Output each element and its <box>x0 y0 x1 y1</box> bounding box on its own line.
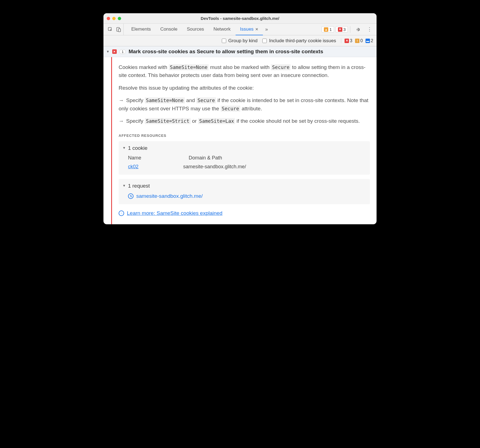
code-snippet: Secure <box>221 106 240 112</box>
warnings-badge[interactable]: ▲ 1 <box>322 26 334 33</box>
disclosure-triangle-icon[interactable]: ▼ <box>122 183 126 188</box>
tab-sources[interactable]: Sources <box>182 24 208 35</box>
tab-elements[interactable]: Elements <box>127 24 155 35</box>
issue-header[interactable]: ▼ ✕ 1 Mark cross-site cookies as Secure … <box>103 46 377 57</box>
close-tab-icon[interactable]: ✕ <box>255 27 258 31</box>
code-snippet: SameSite=None <box>169 64 209 70</box>
devtools-window: DevTools - samesite-sandbox.glitch.me/ E… <box>103 13 377 224</box>
issue-occurrence-count: 1 <box>119 49 126 54</box>
settings-icon[interactable] <box>353 27 362 32</box>
learn-more-link[interactable]: Learn more: SameSite cookies explained <box>127 209 222 217</box>
affected-requests-header[interactable]: ▼ 1 request <box>122 182 366 190</box>
issue-paragraph: Cookies marked with SameSite=None must a… <box>119 63 370 79</box>
tab-label: Sources <box>187 26 204 32</box>
issue-paragraph: Resolve this issue by updating the attri… <box>119 84 370 92</box>
code-snippet: SameSite=None <box>145 97 185 103</box>
code-snippet: Secure <box>196 97 216 103</box>
window-title: DevTools - samesite-sandbox.glitch.me/ <box>103 16 377 21</box>
issues-toolbar: Group by kind Include third-party cookie… <box>103 35 377 46</box>
error-icon: ✕ <box>338 27 342 32</box>
svg-rect-2 <box>118 29 121 32</box>
request-url-link[interactable]: samesite-sandbox.glitch.me/ <box>136 192 203 200</box>
issue-title: Mark cross-site cookies as Secure to all… <box>129 49 323 55</box>
kebab-menu-icon[interactable]: ⋮ <box>365 26 374 33</box>
inspect-element-icon[interactable] <box>108 27 113 32</box>
cookie-domain: samesite-sandbox.glitch.me/ <box>183 163 246 171</box>
zoom-window-button[interactable] <box>118 17 121 20</box>
checkbox-label: Group by kind <box>228 38 258 44</box>
window-controls <box>107 17 121 20</box>
column-header: Domain & Path <box>189 154 222 162</box>
include-third-party-checkbox[interactable]: Include third-party cookie issues <box>262 38 336 44</box>
tab-label: Issues <box>240 26 254 32</box>
cookie-table: Name Domain & Path ck02 samesite-sandbox… <box>128 154 366 171</box>
column-header: Name <box>128 154 167 162</box>
external-link-icon: → <box>119 210 124 216</box>
main-toolbar: Elements Console Sources Network Issues … <box>103 24 377 35</box>
arrow-icon: → <box>119 117 125 125</box>
cookie-name-link[interactable]: ck02 <box>128 163 167 171</box>
info-icon: ▬ <box>366 39 370 43</box>
issue-counts: ✕3 !0 ▬2 <box>341 38 373 43</box>
issue-body: Cookies marked with SameSite=None must a… <box>103 57 377 224</box>
warning-count[interactable]: !0 <box>355 38 363 43</box>
tab-label: Network <box>214 26 231 32</box>
network-request-icon: ⇅ <box>128 193 134 199</box>
warning-icon: ! <box>355 39 359 43</box>
code-snippet: Secure <box>271 64 290 70</box>
panel-tabs: Elements Console Sources Network Issues … <box>127 24 270 35</box>
device-toolbar-icon[interactable] <box>116 27 121 32</box>
disclosure-triangle-icon[interactable]: ▼ <box>106 50 110 54</box>
issue-bullet: → Specify SameSite=None and Secure if th… <box>119 96 370 113</box>
group-by-kind-input[interactable] <box>222 39 226 43</box>
error-icon: ✕ <box>345 39 349 43</box>
info-count[interactable]: ▬2 <box>366 38 373 43</box>
code-snippet: SameSite=Lax <box>198 118 235 124</box>
affected-cookies-header[interactable]: ▼ 1 cookie <box>122 144 366 152</box>
code-snippet: SameSite=Strict <box>145 118 191 124</box>
checkbox-label: Include third-party cookie issues <box>269 38 336 44</box>
error-icon: ✕ <box>112 49 117 54</box>
table-row: ck02 samesite-sandbox.glitch.me/ <box>128 163 366 171</box>
affected-cookies-block: ▼ 1 cookie Name Domain & Path ck02 sames… <box>119 141 370 175</box>
affected-requests-block: ▼ 1 request ⇅ samesite-sandbox.glitch.me… <box>119 179 370 204</box>
errors-count: 3 <box>343 27 346 32</box>
separator <box>350 26 350 33</box>
affected-resources-label: AFFECTED RESOURCES <box>119 133 370 138</box>
tab-label: Console <box>160 26 177 32</box>
tab-network[interactable]: Network <box>209 24 235 35</box>
tab-console[interactable]: Console <box>156 24 182 35</box>
arrow-icon: → <box>119 96 125 104</box>
warnings-count: 1 <box>329 27 332 32</box>
errors-badge[interactable]: ✕ 3 <box>336 26 348 33</box>
warning-icon: ▲ <box>324 27 328 32</box>
close-window-button[interactable] <box>107 17 110 20</box>
tab-label: Elements <box>131 26 151 32</box>
more-tabs-icon[interactable]: » <box>263 26 270 32</box>
learn-more-row: → Learn more: SameSite cookies explained <box>119 209 370 217</box>
issue-bullet: → Specify SameSite=Strict or SameSite=La… <box>119 117 370 125</box>
minimize-window-button[interactable] <box>112 17 116 20</box>
disclosure-triangle-icon[interactable]: ▼ <box>122 145 126 151</box>
include-third-party-input[interactable] <box>262 39 267 43</box>
tab-issues[interactable]: Issues ✕ <box>236 24 263 35</box>
titlebar: DevTools - samesite-sandbox.glitch.me/ <box>103 13 377 24</box>
error-count[interactable]: ✕3 <box>345 38 352 43</box>
group-by-kind-checkbox[interactable]: Group by kind <box>222 38 258 44</box>
